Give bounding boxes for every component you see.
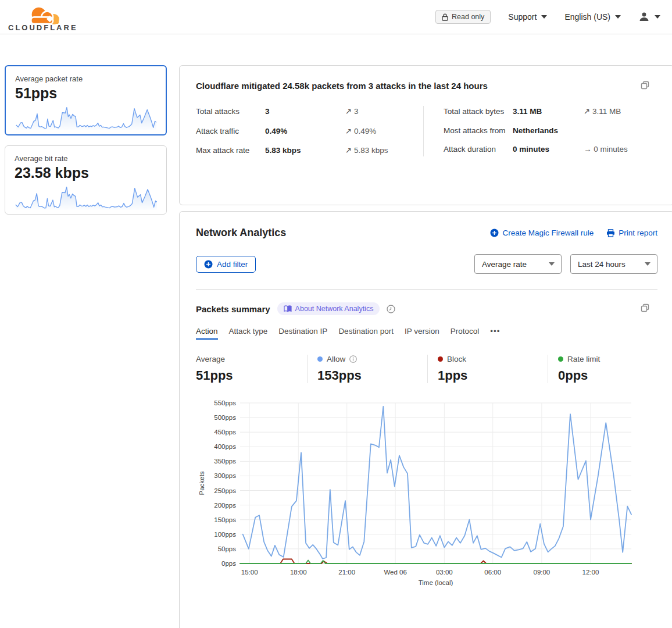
info-icon[interactable]	[349, 355, 357, 363]
clock-icon	[387, 305, 395, 313]
add-filter-label: Add filter	[217, 260, 248, 269]
block-legend-dot	[438, 356, 443, 362]
language-label: English (US)	[564, 12, 610, 22]
packets-summary-tabs: Action Attack type Destination IP Destin…	[196, 327, 657, 340]
svg-text:0pps: 0pps	[221, 560, 236, 567]
chevron-down-icon	[549, 262, 555, 266]
packets-summary-section: Packets summary About Network Analytics	[180, 290, 672, 589]
cloudflare-dashboard: CLOUDFLARE Read only Support English (US…	[0, 0, 672, 628]
user-avatar-icon	[638, 11, 650, 23]
summary-row-most-attacks-from: Most attacks from Netherlands	[444, 125, 657, 137]
svg-text:03:00: 03:00	[436, 569, 453, 576]
packets-chart-container: 0pps50pps100pps150pps200pps250pps300pps3…	[196, 397, 657, 589]
metric-card-bit-rate[interactable]: Average bit rate 23.58 kbps	[5, 145, 167, 215]
metric-card-value: 51pps	[15, 85, 156, 102]
top-header: CLOUDFLARE Read only Support English (US…	[0, 0, 672, 34]
support-menu[interactable]: Support	[508, 12, 547, 22]
language-menu[interactable]: English (US)	[564, 12, 621, 22]
row-delta	[584, 125, 657, 137]
summary-row-total-attacks: Total attacks 3 ↗ 3	[196, 106, 413, 117]
legend-stats-row: Average 51pps Allow	[196, 355, 657, 383]
svg-text:200pps: 200pps	[214, 502, 236, 509]
stat-average: Average 51pps	[196, 355, 307, 383]
stat-label-text: Allow	[327, 355, 345, 363]
read-only-badge: Read only	[435, 10, 491, 24]
row-delta: ↗ 3.11 MB	[584, 106, 657, 117]
packet-rate-sparkline	[15, 104, 156, 131]
network-analytics-title: Network Analytics	[196, 227, 286, 239]
tab-protocol[interactable]: Protocol	[451, 327, 480, 340]
about-network-analytics-badge[interactable]: About Network Analytics	[277, 302, 380, 315]
metric-card-label: Average packet rate	[15, 74, 156, 83]
tab-action[interactable]: Action	[196, 327, 218, 340]
svg-text:Packets: Packets	[198, 471, 205, 495]
svg-text:550pps: 550pps	[214, 399, 236, 406]
time-range-select[interactable]: Last 24 hours	[570, 254, 657, 274]
svg-text:500pps: 500pps	[214, 414, 236, 421]
svg-text:Time (local): Time (local)	[419, 579, 453, 586]
cloudflare-logo[interactable]: CLOUDFLARE	[8, 3, 78, 32]
account-menu[interactable]	[638, 11, 660, 23]
copy-icon[interactable]	[641, 81, 649, 92]
svg-text:50pps: 50pps	[218, 545, 237, 552]
summary-row-attack-traffic: Attack traffic 0.49% ↗ 0.49%	[196, 126, 413, 137]
allow-legend-dot	[317, 356, 323, 362]
row-label: Total attacks	[196, 106, 265, 117]
tab-attack-type[interactable]: Attack type	[229, 327, 268, 340]
print-report-link[interactable]: Print report	[606, 229, 657, 237]
svg-text:150pps: 150pps	[214, 516, 236, 523]
svg-text:350pps: 350pps	[214, 458, 236, 465]
copy-icon[interactable]	[641, 304, 649, 315]
row-value: 3	[265, 106, 345, 117]
metric-select-value: Average rate	[482, 260, 527, 269]
row-label: Attack traffic	[196, 126, 265, 137]
svg-text:21:00: 21:00	[338, 569, 355, 576]
summary-row-max-attack-rate: Max attack rate 5.83 kbps ↗ 5.83 kbps	[196, 145, 413, 156]
metric-select[interactable]: Average rate	[474, 254, 562, 274]
row-label: Total attack bytes	[444, 106, 513, 117]
packets-time-series-chart[interactable]: 0pps50pps100pps150pps200pps250pps300pps3…	[196, 397, 672, 589]
svg-text:06:00: 06:00	[484, 569, 501, 576]
stat-value-text: 51pps	[196, 368, 307, 383]
stat-value-text: 1pps	[438, 368, 548, 383]
row-value: Netherlands	[513, 125, 584, 137]
packets-summary-title: Packets summary	[196, 304, 270, 314]
chevron-down-icon	[655, 15, 660, 19]
stat-value-text: 153pps	[317, 368, 427, 383]
row-label: Most attacks from	[444, 125, 513, 137]
tabs-more-button[interactable]: •••	[490, 327, 500, 340]
time-range-value: Last 24 hours	[578, 260, 625, 269]
book-icon	[284, 305, 292, 312]
create-magic-firewall-rule-link[interactable]: Create Magic Firewall rule	[490, 229, 594, 237]
attack-summary-title: Cloudflare mitigated 24.58k packets from…	[196, 81, 488, 91]
row-delta: ↗ 3	[345, 106, 413, 117]
plus-circle-icon	[490, 229, 499, 237]
tab-destination-port[interactable]: Destination port	[338, 327, 394, 340]
cloudflare-wordmark: CLOUDFLARE	[8, 23, 78, 32]
row-delta: → 0 minutes	[584, 144, 657, 155]
print-report-label: Print report	[619, 229, 657, 237]
metric-card-label: Average bit rate	[15, 154, 157, 163]
svg-text:300pps: 300pps	[214, 472, 236, 479]
metric-card-packet-rate[interactable]: Average packet rate 51pps	[5, 65, 167, 135]
row-value: 0 minutes	[513, 144, 584, 155]
stat-label-text: Block	[447, 355, 466, 363]
create-rule-label: Create Magic Firewall rule	[502, 229, 594, 237]
tab-destination-ip[interactable]: Destination IP	[278, 327, 327, 340]
about-badge-label: About Network Analytics	[295, 305, 374, 313]
summary-row-total-attack-bytes: Total attack bytes 3.11 MB ↗ 3.11 MB	[444, 106, 657, 117]
attack-summary-stats: Total attacks 3 ↗ 3 Attack traffic 0.49%…	[196, 106, 657, 156]
stat-value-text: 0pps	[558, 368, 668, 383]
chevron-down-icon	[615, 15, 621, 19]
svg-text:09:00: 09:00	[533, 569, 550, 576]
row-label: Max attack rate	[196, 145, 265, 156]
add-filter-button[interactable]: Add filter	[196, 256, 256, 273]
stat-label-text: Average	[196, 355, 225, 363]
stat-block: Block 1pps	[427, 355, 548, 383]
svg-text:Wed 06: Wed 06	[384, 569, 406, 576]
support-label: Support	[508, 12, 537, 22]
svg-text:12:00: 12:00	[582, 569, 599, 576]
printer-icon	[606, 229, 615, 237]
tab-ip-version[interactable]: IP version	[405, 327, 439, 340]
stat-allow: Allow 153pps	[307, 355, 427, 383]
